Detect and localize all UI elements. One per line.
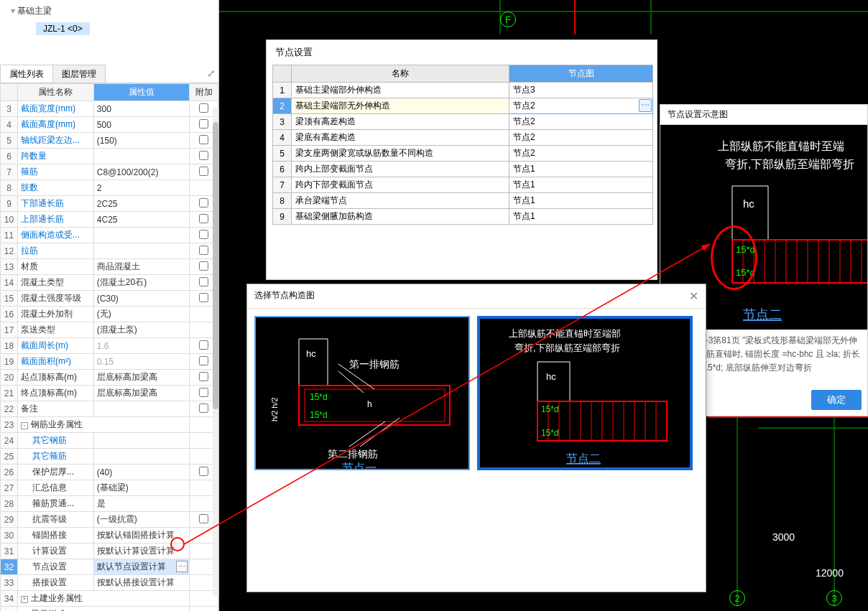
tree-item-selected[interactable]: JZL-1 <0> (36, 22, 90, 35)
highlight-circle (711, 225, 757, 290)
ellipsis-button[interactable]: ⋯ (639, 99, 652, 112)
m-h: h (367, 399, 372, 409)
close-icon[interactable]: ✕ (689, 289, 698, 303)
component-tree[interactable]: ▾基础主梁 JZL-1 <0> (0, 0, 218, 65)
extra-checkbox[interactable] (199, 167, 208, 176)
node-row[interactable]: 8承台梁端节点节点1 (273, 193, 653, 209)
prop-row[interactable]: 5轴线距梁左边...(150) (1, 133, 218, 149)
prop-row[interactable]: 33搭接设置按默认搭接设置计算 (1, 575, 218, 591)
extra-checkbox[interactable] (199, 293, 208, 302)
node-row[interactable]: 4梁底有高差构造节点2 (273, 130, 653, 146)
node-row[interactable]: 1基础主梁端部外伸构造节点3 (273, 83, 653, 98)
prop-row[interactable]: 15混凝土强度等级(C30) (1, 291, 218, 307)
prop-row[interactable]: 4截面高度(mm)500 (1, 117, 218, 133)
node-row[interactable]: 5梁支座两侧梁宽或纵筋数量不同构造节点2 (273, 146, 653, 162)
m-d2: 15*d (310, 410, 328, 420)
dim-12000: 12000 (816, 567, 844, 579)
node-col-name: 名称 (292, 65, 509, 83)
option-node-2[interactable]: 上部纵筋不能直锚时至端部 弯折,下部纵筋至端部弯折 hc 15*d 15*d 节… (477, 316, 693, 470)
prop-row[interactable]: 24其它钢筋 (1, 433, 218, 449)
extra-checkbox[interactable] (199, 135, 208, 144)
prop-row[interactable]: 20起点顶标高(m)层底标高加梁高 (1, 370, 218, 386)
prop-row[interactable]: 21终点顶标高(m)层底标高加梁高 (1, 386, 218, 401)
prop-row[interactable]: 31计算设置按默认计算设置计算 (1, 544, 218, 559)
extra-checkbox[interactable] (199, 372, 208, 381)
prop-row[interactable]: 11侧面构造或受... (1, 228, 218, 243)
extra-checkbox[interactable] (199, 103, 208, 113)
prop-row[interactable]: 16混凝土外加剂(无) (1, 307, 218, 322)
prop-row[interactable]: 9下部通长筋2C25 (1, 196, 218, 212)
panel-tabs: 属性列表 图层管理 ⤢ (0, 65, 218, 83)
extra-checkbox[interactable] (199, 340, 208, 350)
prop-row[interactable]: 38+显示样式 (1, 607, 218, 612)
tab-layers[interactable]: 图层管理 (52, 65, 106, 83)
m2-d2: 15*d (541, 428, 559, 438)
extra-checkbox[interactable] (199, 277, 208, 286)
node-row[interactable]: 3梁顶有高差构造节点2 (273, 114, 653, 130)
extra-checkbox[interactable] (199, 514, 208, 523)
prop-row[interactable]: 6跨数量 (1, 149, 218, 164)
prop-row[interactable]: 23-钢筋业务属性 (1, 417, 218, 433)
prop-row[interactable]: 34+土建业务属性 (1, 591, 218, 607)
prop-row[interactable]: 25其它箍筋 (1, 449, 218, 465)
prop-row[interactable]: 7箍筋C8@100/200(2) (1, 164, 218, 180)
pin-icon[interactable]: ⤢ (207, 67, 216, 79)
prop-row[interactable]: 27汇总信息(基础梁) (1, 480, 218, 496)
prop-row[interactable]: 22备注 (1, 401, 218, 417)
schema-label: 节点二 (743, 307, 782, 322)
prop-row[interactable]: 17泵送类型(混凝土泵) (1, 322, 218, 338)
annotation-circle (170, 537, 185, 551)
option-node-1[interactable]: hc 第一排钢筋 15*d 15*d h h/2 h/2 第二排钢筋 节点一 (254, 316, 470, 470)
node-row[interactable]: 2基础主梁端部无外伸构造节点2⋯ (273, 98, 653, 114)
prop-row[interactable]: 14混凝土类型(混凝土20石) (1, 275, 218, 291)
extra-checkbox[interactable] (199, 467, 208, 476)
axis-bubble-3: 3 (826, 590, 842, 606)
tree-root[interactable]: 基础主梁 (17, 6, 52, 16)
prop-row[interactable]: 10上部通长筋4C25 (1, 212, 218, 228)
prop-row[interactable]: 30锚固搭接按默认锚固搭接计算 (1, 528, 218, 544)
prop-row[interactable]: 18截面周长(m)1.6 (1, 338, 218, 354)
prop-row[interactable]: 19截面面积(m²)0.15 (1, 354, 218, 370)
property-table: 属性名称 属性值 附加 3截面宽度(mm)3004截面高度(mm)5005轴线距… (0, 83, 218, 611)
prop-row[interactable]: 8肢数2 (1, 180, 218, 196)
extra-checkbox[interactable] (199, 119, 208, 129)
scrollbar[interactable] (213, 108, 218, 596)
m2-hc: hc (546, 371, 556, 382)
dim-3000: 3000 (772, 531, 795, 543)
m-hc: hc (306, 348, 316, 359)
prop-row[interactable]: 12拉筋 (1, 243, 218, 259)
select-node-modal: 选择节点构造图 ✕ hc 第一排钢筋 15*d 15*d h h/2 h/2 第… (246, 284, 706, 592)
axis-bubble-f: F (500, 11, 516, 27)
extra-checkbox[interactable] (199, 246, 208, 255)
m-opt2: 节点二 (566, 452, 601, 465)
extra-checkbox[interactable] (199, 356, 208, 365)
tab-properties[interactable]: 属性列表 (0, 65, 53, 83)
extra-checkbox[interactable] (199, 404, 208, 413)
prop-row[interactable]: 29抗震等级(一级抗震) (1, 512, 218, 528)
axis-bubble-2: 2 (729, 590, 745, 606)
extra-checkbox[interactable] (199, 214, 208, 223)
prop-row[interactable]: 13材质商品混凝土 (1, 259, 218, 275)
prop-row[interactable]: 32节点设置默认节点设置计算⋯ (1, 559, 218, 575)
extra-checkbox[interactable] (199, 388, 208, 397)
ellipsis-button[interactable]: ⋯ (176, 561, 188, 572)
confirm-button[interactable]: 确定 (811, 390, 862, 410)
extra-checkbox[interactable] (199, 198, 208, 207)
prop-row[interactable]: 3截面宽度(mm)300 (1, 101, 218, 117)
col-name: 属性名称 (18, 84, 94, 101)
prop-row[interactable]: 26保护层厚...(40) (1, 465, 218, 480)
m2-d1: 15*d (541, 404, 559, 414)
extra-checkbox[interactable] (199, 261, 208, 271)
modal-title: 选择节点构造图 (254, 289, 315, 303)
prop-row[interactable]: 28箍筋贯通...是 (1, 496, 218, 512)
m-hh: h/2 h/2 (270, 397, 279, 421)
svg-line-24 (360, 418, 400, 447)
m-o1l1: 第一排钢筋 (349, 358, 400, 370)
node-row[interactable]: 6跨内上部变截面节点节点1 (273, 162, 653, 177)
extra-checkbox[interactable] (199, 230, 208, 239)
node-row[interactable]: 9基础梁侧腋加筋构造节点1 (273, 209, 653, 225)
node-row[interactable]: 7跨内下部变截面节点节点1 (273, 177, 653, 193)
node-col-value: 节点图 (509, 65, 653, 83)
extra-checkbox[interactable] (199, 151, 208, 160)
schema-hc: hc (743, 197, 754, 210)
